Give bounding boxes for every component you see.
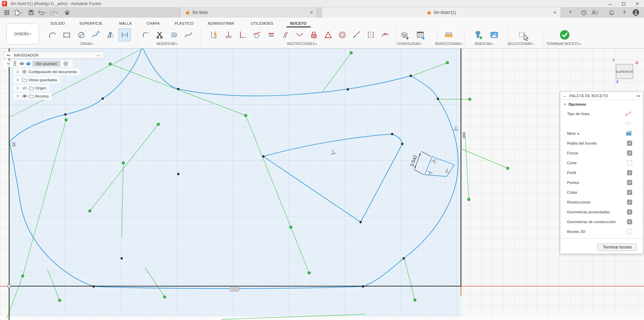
parallel-constraint[interactable] bbox=[279, 28, 291, 41]
notification-bell-icon[interactable] bbox=[607, 8, 616, 17]
fix-lock-constraint[interactable] bbox=[308, 28, 320, 41]
origin-point[interactable] bbox=[7, 284, 11, 288]
rectangle-tool[interactable] bbox=[61, 28, 73, 41]
two-point-arc-tool[interactable] bbox=[46, 28, 59, 41]
eye-icon[interactable] bbox=[19, 61, 24, 66]
trim-scissors-tool[interactable] bbox=[154, 28, 166, 41]
ribbon-tab-utilidades[interactable]: UTILIDADES bbox=[251, 21, 274, 25]
app-grid-icon[interactable] bbox=[3, 8, 11, 17]
look-at-icon[interactable] bbox=[625, 130, 632, 136]
navigator-item-configuracion[interactable]: Configuración del documento bbox=[14, 68, 80, 75]
palette-header[interactable]: — PALETA DE BOCETO ▸▸ bbox=[560, 92, 643, 100]
palette-dock-icon[interactable]: ▸▸ bbox=[637, 94, 640, 98]
group-label-insertar[interactable]: INSERTAR bbox=[475, 42, 494, 46]
chevron-right-icon[interactable] bbox=[15, 77, 20, 83]
offset-tool[interactable] bbox=[168, 28, 180, 41]
sketch-canvas[interactable]: 25 3.542 bbox=[0, 48, 644, 320]
group-label-configurar[interactable]: CONFIGURAR bbox=[397, 42, 422, 46]
eye-icon[interactable] bbox=[22, 93, 27, 99]
triangle-constraint-icon[interactable] bbox=[322, 28, 334, 41]
navigator-item-origen[interactable]: Origen bbox=[14, 85, 49, 91]
maximize-button[interactable] bbox=[617, 0, 630, 7]
measure-tool[interactable] bbox=[443, 28, 455, 41]
checkbox-cotas[interactable] bbox=[627, 190, 632, 195]
palette-section-opciones[interactable]: ▼ Opciones bbox=[560, 100, 643, 109]
group-label-terminar-boceto[interactable]: TERMINAR BOCETO bbox=[546, 42, 581, 46]
sketch-splines[interactable] bbox=[9, 48, 458, 289]
workspace-selector[interactable]: DISEÑO bbox=[6, 23, 39, 44]
mirror-tool[interactable] bbox=[104, 28, 117, 41]
insert-image-tool[interactable] bbox=[488, 28, 500, 41]
chevron-right-icon[interactable] bbox=[15, 93, 20, 99]
radio-active-icon[interactable] bbox=[63, 61, 68, 66]
chevron-down-icon[interactable] bbox=[5, 61, 11, 66]
fillet-tool[interactable] bbox=[140, 28, 152, 41]
perpendicular-constraint[interactable] bbox=[237, 28, 249, 41]
dimension-constraint-tool[interactable] bbox=[208, 28, 220, 41]
parameters-table-tool[interactable] bbox=[414, 28, 426, 41]
construction-linetype-icon[interactable] bbox=[625, 111, 632, 117]
root-document-label[interactable]: (Sin guardar) bbox=[33, 61, 60, 66]
group-label-seleccionar[interactable]: SELECCIONAR bbox=[507, 42, 534, 46]
ribbon-tab-plastico[interactable]: PLÁSTICO bbox=[175, 21, 194, 25]
control-points[interactable] bbox=[21, 51, 509, 302]
document-tab-1[interactable]: Sin título ✕ bbox=[180, 7, 317, 18]
checkbox-rejilla[interactable] bbox=[627, 141, 632, 146]
handle-glyph[interactable] bbox=[463, 132, 465, 138]
navigator-collapse-icon[interactable]: ◂◂ bbox=[6, 53, 10, 57]
undo-icon[interactable] bbox=[38, 8, 46, 17]
checkbox-restricciones[interactable] bbox=[627, 199, 632, 205]
new-tab-button[interactable]: + bbox=[567, 9, 574, 15]
redo-icon[interactable] bbox=[49, 8, 58, 17]
save-icon[interactable] bbox=[27, 8, 35, 17]
sketch-geometry[interactable]: 25 3.542 bbox=[0, 48, 644, 320]
viewcube[interactable]: SUPERIOR bbox=[616, 64, 633, 79]
ribbon-tab-administrar[interactable]: ADMINISTRAR bbox=[208, 21, 234, 25]
checkbox-puntos[interactable] bbox=[627, 180, 632, 185]
home-icon[interactable] bbox=[63, 8, 71, 17]
eye-hidden-icon[interactable] bbox=[22, 85, 27, 91]
group-label-modificar[interactable]: MODIFICAR bbox=[157, 42, 178, 46]
minimize-button[interactable] bbox=[603, 0, 617, 7]
curvature-constraint[interactable] bbox=[379, 28, 391, 41]
checkbox-forzar[interactable] bbox=[627, 150, 632, 155]
checkbox-geometrias-construccion[interactable] bbox=[627, 219, 632, 224]
group-label-crear[interactable]: CREAR bbox=[80, 42, 94, 46]
extension-count-icon[interactable]: 1 bbox=[590, 8, 600, 17]
spline-tool[interactable] bbox=[90, 28, 102, 41]
palette-minimize-icon[interactable]: — bbox=[563, 94, 567, 98]
midpoint-constraint[interactable] bbox=[365, 28, 377, 41]
navigator-item-bocetos[interactable]: Bocetos bbox=[14, 93, 52, 100]
construction-lines[interactable] bbox=[7, 48, 508, 319]
symmetry-constraint[interactable] bbox=[294, 28, 306, 41]
checkbox-boceto-3d[interactable] bbox=[627, 229, 632, 234]
ribbon-tab-boceto-active[interactable]: BOCETO bbox=[290, 21, 306, 25]
chevron-right-icon[interactable] bbox=[15, 69, 20, 74]
file-menu-icon[interactable] bbox=[14, 8, 22, 17]
ribbon-tab-solido[interactable]: SOLIDO bbox=[51, 21, 65, 25]
job-status-icon[interactable] bbox=[580, 8, 588, 17]
ribbon-tab-malla[interactable]: MALLA bbox=[119, 21, 132, 25]
checkbox-perfil[interactable] bbox=[627, 170, 632, 175]
collinear-constraint[interactable] bbox=[350, 28, 363, 41]
sketch-dimension-tool-selected[interactable] bbox=[119, 28, 131, 41]
new-component-tool[interactable] bbox=[398, 28, 410, 41]
group-label-inspeccionar[interactable]: INSPECCIONAR bbox=[435, 42, 463, 46]
constraint-glyphs[interactable] bbox=[330, 127, 458, 176]
close-button[interactable] bbox=[630, 0, 644, 7]
tab-close-icon[interactable]: ✕ bbox=[553, 10, 557, 15]
checkbox-geometrias-proyectadas[interactable] bbox=[627, 209, 632, 214]
dimension-value[interactable]: 3.542 bbox=[409, 154, 418, 167]
checkbox-corte[interactable] bbox=[627, 160, 632, 165]
tangent-constraint[interactable] bbox=[251, 28, 263, 41]
concentric-constraint[interactable] bbox=[336, 28, 348, 41]
navigator-header[interactable]: ◂◂ NAVEGADOR — bbox=[3, 51, 104, 59]
chevron-right-icon[interactable] bbox=[15, 85, 20, 91]
tab-close-icon[interactable]: ✕ bbox=[310, 10, 313, 15]
curve-tool[interactable] bbox=[182, 28, 195, 41]
vertical-horizontal-constraint[interactable] bbox=[222, 28, 235, 41]
group-label-restricciones[interactable]: RESTRICCIONES bbox=[287, 42, 317, 46]
user-avatar[interactable] bbox=[632, 8, 640, 17]
terminar-boceto-button[interactable]: Terminar boceto bbox=[598, 243, 637, 251]
navigator-item-vistas[interactable]: Vistas guardadas bbox=[14, 77, 60, 83]
